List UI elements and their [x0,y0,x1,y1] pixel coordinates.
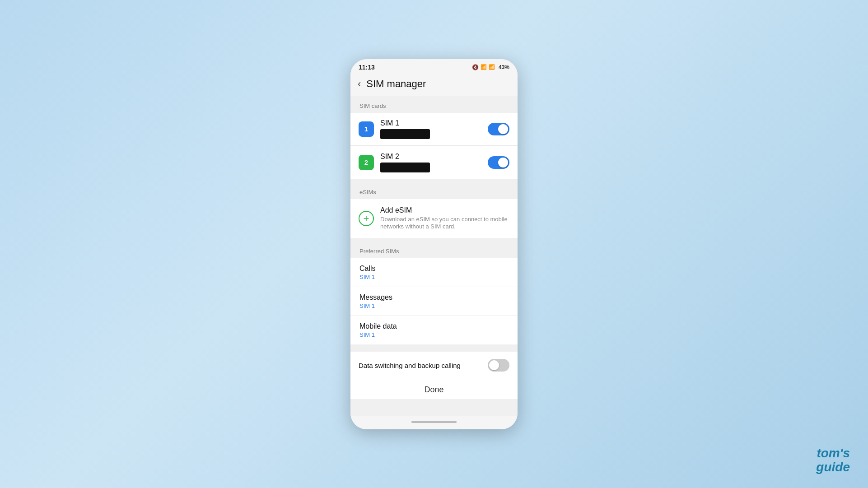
sim2-info: SIM 2 [380,153,481,172]
messages-item[interactable]: Messages SIM 1 [350,287,518,316]
sim1-info: SIM 1 [380,119,481,139]
status-icons: 🔇 📶 📶 43% [472,64,509,70]
preferred-sims-card: Calls SIM 1 Messages SIM 1 Mobile data S… [350,258,518,344]
mobile-data-label: Mobile data [359,322,509,330]
calls-value: SIM 1 [359,274,509,280]
home-indicator [350,416,518,429]
status-time: 11:13 [359,64,375,71]
gap1 [350,179,518,182]
data-switch-knob [489,360,499,370]
esim-card: + Add eSIM Download an eSIM so you can c… [350,199,518,238]
wifi-icon: 📶 [481,64,487,70]
calls-label: Calls [359,265,509,273]
header: ‹ SIM manager [350,74,518,96]
messages-value: SIM 1 [359,302,509,309]
sim-cards-section-label: SIM cards [350,96,518,113]
messages-label: Messages [359,293,509,302]
esims-section-label: eSIMs [350,182,518,199]
battery-level: 43% [499,64,509,70]
gap3 [350,344,518,348]
sim-cards-card: 1 SIM 1 2 SIM 2 [350,113,518,179]
add-esim-item[interactable]: + Add eSIM Download an eSIM so you can c… [350,199,518,238]
sim1-badge: 1 [359,121,374,137]
watermark: tom's guide [816,446,850,474]
signal-icon: 📶 [489,64,495,70]
add-esim-desc: Download an eSIM so you can connect to m… [380,216,509,231]
mute-icon: 🔇 [472,64,479,70]
sim2-toggle-knob [498,158,508,167]
sim2-toggle[interactable] [488,156,509,169]
esim-info: Add eSIM Download an eSIM so you can con… [380,206,509,231]
mobile-data-item[interactable]: Mobile data SIM 1 [350,316,518,344]
watermark-line1: tom's [817,446,850,460]
phone-frame: 11:13 🔇 📶 📶 43% ‹ SIM manager SIM cards … [350,59,518,429]
status-bar: 11:13 🔇 📶 📶 43% [350,59,518,74]
preferred-sims-label: Preferred SIMs [350,242,518,258]
done-section: Done [350,379,518,399]
data-switch-label: Data switching and backup calling [359,362,461,369]
add-esim-title: Add eSIM [380,206,509,214]
sim2-item[interactable]: 2 SIM 2 [350,146,518,179]
home-bar [411,421,457,423]
sim1-name: SIM 1 [380,119,481,127]
sim1-toggle-knob [498,124,508,134]
data-switch-section: Data switching and backup calling [350,352,518,379]
back-button[interactable]: ‹ [358,79,361,89]
mobile-data-value: SIM 1 [359,331,509,338]
add-esim-icon: + [359,211,374,226]
data-switch-toggle[interactable] [488,359,509,372]
sim1-toggle[interactable] [488,123,509,135]
sim1-number-bar [380,129,430,139]
gap2 [350,238,518,242]
sim2-name: SIM 2 [380,153,481,161]
sim2-number-bar [380,163,430,172]
sim2-badge: 2 [359,155,374,170]
sim1-item[interactable]: 1 SIM 1 [350,113,518,146]
page-title: SIM manager [366,78,426,90]
content-area: SIM cards 1 SIM 1 2 SIM 2 [350,96,518,416]
calls-item[interactable]: Calls SIM 1 [350,258,518,287]
done-button[interactable]: Done [424,385,443,395]
watermark-line2: guide [816,460,850,474]
